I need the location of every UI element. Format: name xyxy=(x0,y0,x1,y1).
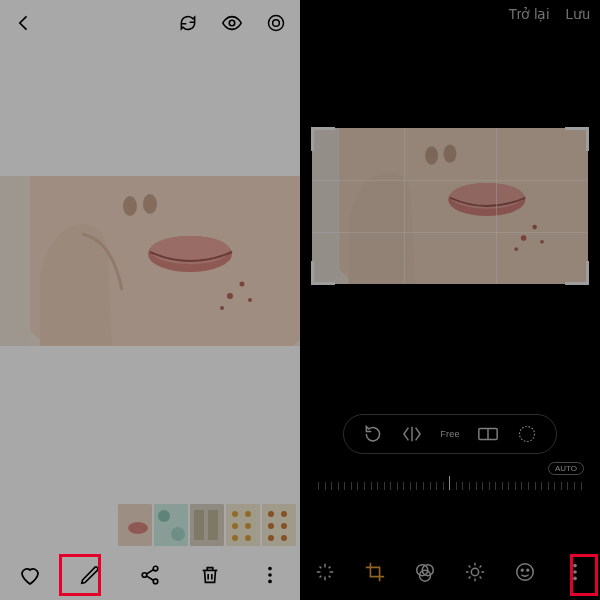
crop-handle[interactable] xyxy=(311,127,335,130)
crop-handle[interactable] xyxy=(311,261,314,285)
svg-point-52 xyxy=(521,235,527,241)
svg-point-55 xyxy=(540,240,544,244)
svg-point-31 xyxy=(281,511,287,517)
svg-point-67 xyxy=(527,569,529,571)
svg-point-54 xyxy=(514,247,518,251)
crop-canvas[interactable] xyxy=(312,128,588,284)
svg-rect-22 xyxy=(226,504,260,546)
svg-point-45 xyxy=(268,580,272,584)
svg-point-26 xyxy=(245,523,251,529)
crop-handle[interactable] xyxy=(311,127,314,151)
thumbnail[interactable] xyxy=(118,504,152,546)
svg-point-10 xyxy=(240,282,245,287)
visibility-icon[interactable] xyxy=(218,9,246,37)
svg-point-65 xyxy=(517,564,534,581)
editor-save-button[interactable]: Lưu xyxy=(565,6,590,22)
thumbnail[interactable] xyxy=(226,504,260,546)
crop-toolbar: Free xyxy=(343,414,557,454)
svg-point-32 xyxy=(268,523,274,529)
gallery-viewer-pane xyxy=(0,0,300,600)
svg-point-24 xyxy=(245,511,251,517)
main-photo[interactable] xyxy=(0,176,300,346)
svg-point-43 xyxy=(268,567,272,571)
svg-point-8 xyxy=(143,194,157,214)
svg-point-28 xyxy=(245,535,251,541)
svg-point-64 xyxy=(471,568,478,575)
svg-point-68 xyxy=(573,564,577,568)
edit-button[interactable] xyxy=(76,561,104,589)
editor-bottom-bar xyxy=(300,550,600,594)
adjust-tab[interactable] xyxy=(460,557,490,587)
svg-point-69 xyxy=(573,570,577,574)
svg-point-15 xyxy=(128,522,148,534)
auto-pill[interactable]: AUTO xyxy=(548,462,584,475)
svg-point-9 xyxy=(227,293,233,299)
editor-more-button[interactable] xyxy=(560,557,590,587)
rotation-ruler[interactable]: AUTO xyxy=(318,468,582,490)
bottom-action-bar xyxy=(0,550,300,600)
editor-back-button[interactable]: Trở lại xyxy=(509,6,550,22)
svg-point-17 xyxy=(158,510,170,522)
thumbnail[interactable] xyxy=(154,504,188,546)
favorite-button[interactable] xyxy=(16,561,44,589)
flip-button[interactable] xyxy=(398,420,426,448)
svg-point-53 xyxy=(532,225,537,230)
lens-icon[interactable] xyxy=(262,9,290,37)
svg-point-11 xyxy=(220,306,224,310)
share-button[interactable] xyxy=(136,561,164,589)
face-photo-svg xyxy=(0,176,300,346)
svg-point-70 xyxy=(573,577,577,581)
svg-point-25 xyxy=(232,523,238,529)
svg-rect-13 xyxy=(0,176,30,346)
shape-button[interactable] xyxy=(513,420,541,448)
svg-point-35 xyxy=(281,535,287,541)
thumbnail[interactable] xyxy=(190,504,224,546)
more-button[interactable] xyxy=(256,561,284,589)
svg-rect-56 xyxy=(312,128,340,284)
svg-point-1 xyxy=(269,16,284,31)
svg-point-27 xyxy=(232,535,238,541)
svg-point-30 xyxy=(268,511,274,517)
svg-point-51 xyxy=(444,145,457,163)
back-button[interactable] xyxy=(10,9,38,37)
free-ratio-button[interactable]: Free xyxy=(436,420,464,448)
svg-rect-21 xyxy=(208,510,218,540)
filter-tab[interactable] xyxy=(410,557,440,587)
svg-point-60 xyxy=(519,427,534,442)
delete-button[interactable] xyxy=(196,561,224,589)
svg-point-2 xyxy=(273,20,280,27)
svg-point-50 xyxy=(425,146,438,164)
svg-point-44 xyxy=(268,573,272,577)
crop-handle[interactable] xyxy=(586,261,589,285)
sync-icon[interactable] xyxy=(174,9,202,37)
photo-editor-pane: Trở lại Lưu xyxy=(300,0,600,600)
svg-point-34 xyxy=(268,535,274,541)
svg-line-39 xyxy=(146,570,153,575)
svg-point-23 xyxy=(232,511,238,517)
svg-point-7 xyxy=(123,196,137,216)
svg-rect-16 xyxy=(154,504,188,546)
crop-tab[interactable] xyxy=(360,557,390,587)
sticker-tab[interactable] xyxy=(510,557,540,587)
svg-point-0 xyxy=(229,20,235,26)
svg-point-12 xyxy=(248,298,252,302)
thumbnail-strip[interactable] xyxy=(118,504,296,546)
face-photo-svg xyxy=(312,128,588,284)
svg-line-40 xyxy=(146,576,153,581)
thumbnail[interactable] xyxy=(262,504,296,546)
svg-point-66 xyxy=(521,569,523,571)
magic-button[interactable] xyxy=(310,557,340,587)
svg-rect-29 xyxy=(262,504,296,546)
svg-point-49 xyxy=(450,183,524,209)
aspect-button[interactable] xyxy=(474,420,502,448)
crop-handle[interactable] xyxy=(311,282,335,285)
svg-rect-20 xyxy=(194,510,204,540)
svg-point-18 xyxy=(171,527,185,541)
rotate-button[interactable] xyxy=(359,420,387,448)
svg-point-6 xyxy=(150,236,230,264)
crop-handle[interactable] xyxy=(586,127,589,151)
svg-point-33 xyxy=(281,523,287,529)
